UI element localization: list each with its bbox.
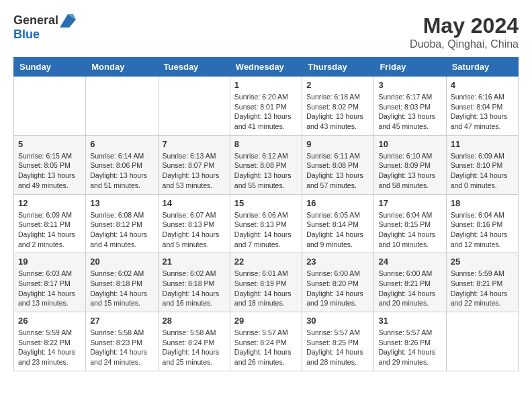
- day-info: Sunrise: 6:12 AMSunset: 8:08 PMDaylight:…: [234, 151, 298, 191]
- day-number: 23: [306, 257, 369, 267]
- calendar-cell: [446, 312, 518, 371]
- weekday-header-saturday: Saturday: [446, 58, 518, 77]
- logo: General Blue: [13, 13, 76, 42]
- day-number: 31: [378, 316, 441, 326]
- day-info: Sunrise: 6:03 AMSunset: 8:17 PMDaylight:…: [18, 269, 81, 308]
- calendar-cell: 4Sunrise: 6:16 AMSunset: 8:04 PMDaylight…: [446, 77, 518, 136]
- day-info: Sunrise: 6:09 AMSunset: 8:10 PMDaylight:…: [451, 151, 514, 191]
- calendar-cell: 18Sunrise: 6:04 AMSunset: 8:16 PMDayligh…: [446, 194, 518, 253]
- calendar-cell: 12Sunrise: 6:09 AMSunset: 8:11 PMDayligh…: [14, 194, 86, 253]
- day-number: 4: [451, 80, 514, 90]
- calendar-week-row: 1Sunrise: 6:20 AMSunset: 8:01 PMDaylight…: [14, 77, 519, 136]
- day-info: Sunrise: 6:00 AMSunset: 8:21 PMDaylight:…: [378, 269, 441, 308]
- calendar-cell: [158, 77, 230, 136]
- calendar-cell: 20Sunrise: 6:02 AMSunset: 8:18 PMDayligh…: [86, 253, 158, 312]
- day-info: Sunrise: 5:59 AMSunset: 8:21 PMDaylight:…: [451, 269, 514, 308]
- day-info: Sunrise: 6:16 AMSunset: 8:04 PMDaylight:…: [451, 92, 514, 132]
- calendar-cell: 29Sunrise: 5:57 AMSunset: 8:24 PMDayligh…: [230, 312, 302, 371]
- calendar-cell: 9Sunrise: 6:11 AMSunset: 8:08 PMDaylight…: [302, 135, 374, 194]
- logo-blue: Blue: [13, 28, 40, 41]
- day-info: Sunrise: 6:07 AMSunset: 8:13 PMDaylight:…: [163, 210, 226, 250]
- day-info: Sunrise: 5:57 AMSunset: 8:25 PMDaylight:…: [306, 328, 369, 367]
- calendar-cell: 22Sunrise: 6:01 AMSunset: 8:19 PMDayligh…: [230, 253, 302, 312]
- day-number: 15: [234, 198, 298, 208]
- day-number: 11: [451, 139, 514, 149]
- calendar-cell: 28Sunrise: 5:58 AMSunset: 8:24 PMDayligh…: [158, 312, 230, 371]
- calendar-cell: 11Sunrise: 6:09 AMSunset: 8:10 PMDayligh…: [446, 135, 518, 194]
- logo-icon: [60, 14, 76, 28]
- day-number: 14: [163, 198, 226, 208]
- calendar-cell: 8Sunrise: 6:12 AMSunset: 8:08 PMDaylight…: [230, 135, 302, 194]
- day-number: 6: [90, 139, 153, 149]
- day-info: Sunrise: 5:58 AMSunset: 8:23 PMDaylight:…: [90, 328, 153, 367]
- logo-general: General: [13, 13, 58, 28]
- calendar-cell: 1Sunrise: 6:20 AMSunset: 8:01 PMDaylight…: [230, 77, 302, 136]
- day-info: Sunrise: 6:04 AMSunset: 8:16 PMDaylight:…: [451, 210, 514, 250]
- calendar-cell: 10Sunrise: 6:10 AMSunset: 8:09 PMDayligh…: [374, 135, 446, 194]
- calendar-cell: 2Sunrise: 6:18 AMSunset: 8:02 PMDaylight…: [302, 77, 374, 136]
- calendar-cell: [86, 77, 158, 136]
- weekday-header-sunday: Sunday: [14, 58, 86, 77]
- day-number: 8: [234, 139, 298, 149]
- day-number: 13: [90, 198, 153, 208]
- calendar-week-row: 26Sunrise: 5:59 AMSunset: 8:22 PMDayligh…: [14, 312, 519, 371]
- day-info: Sunrise: 6:08 AMSunset: 8:12 PMDaylight:…: [90, 210, 153, 250]
- day-number: 19: [18, 257, 81, 267]
- day-info: Sunrise: 6:02 AMSunset: 8:18 PMDaylight:…: [90, 269, 153, 308]
- day-info: Sunrise: 6:10 AMSunset: 8:09 PMDaylight:…: [378, 151, 441, 191]
- day-info: Sunrise: 6:01 AMSunset: 8:19 PMDaylight:…: [234, 269, 298, 308]
- day-info: Sunrise: 5:59 AMSunset: 8:22 PMDaylight:…: [18, 328, 81, 367]
- calendar-cell: 6Sunrise: 6:14 AMSunset: 8:06 PMDaylight…: [86, 135, 158, 194]
- day-number: 21: [163, 257, 226, 267]
- day-number: 27: [90, 316, 153, 326]
- day-number: 17: [378, 198, 441, 208]
- calendar-cell: 7Sunrise: 6:13 AMSunset: 8:07 PMDaylight…: [158, 135, 230, 194]
- calendar-cell: [14, 77, 86, 136]
- calendar-cell: 27Sunrise: 5:58 AMSunset: 8:23 PMDayligh…: [86, 312, 158, 371]
- day-info: Sunrise: 6:09 AMSunset: 8:11 PMDaylight:…: [18, 210, 81, 250]
- calendar-week-row: 19Sunrise: 6:03 AMSunset: 8:17 PMDayligh…: [14, 253, 519, 312]
- day-info: Sunrise: 6:18 AMSunset: 8:02 PMDaylight:…: [306, 92, 369, 132]
- calendar-cell: 5Sunrise: 6:15 AMSunset: 8:05 PMDaylight…: [14, 135, 86, 194]
- day-info: Sunrise: 5:58 AMSunset: 8:24 PMDaylight:…: [163, 328, 226, 367]
- day-info: Sunrise: 6:14 AMSunset: 8:06 PMDaylight:…: [90, 151, 153, 191]
- day-number: 10: [378, 139, 441, 149]
- day-info: Sunrise: 6:20 AMSunset: 8:01 PMDaylight:…: [234, 92, 298, 132]
- calendar-cell: 23Sunrise: 6:00 AMSunset: 8:20 PMDayligh…: [302, 253, 374, 312]
- day-info: Sunrise: 6:04 AMSunset: 8:15 PMDaylight:…: [378, 210, 441, 250]
- calendar-cell: 24Sunrise: 6:00 AMSunset: 8:21 PMDayligh…: [374, 253, 446, 312]
- day-number: 22: [234, 257, 298, 267]
- weekday-header-tuesday: Tuesday: [158, 58, 230, 77]
- day-info: Sunrise: 5:57 AMSunset: 8:24 PMDaylight:…: [234, 328, 298, 367]
- day-number: 25: [451, 257, 514, 267]
- location-title: Duoba, Qinghai, China: [410, 38, 519, 50]
- day-number: 9: [306, 139, 369, 149]
- day-number: 28: [163, 316, 226, 326]
- day-number: 16: [306, 198, 369, 208]
- day-info: Sunrise: 6:15 AMSunset: 8:05 PMDaylight:…: [18, 151, 81, 191]
- calendar-cell: 14Sunrise: 6:07 AMSunset: 8:13 PMDayligh…: [158, 194, 230, 253]
- day-number: 24: [378, 257, 441, 267]
- day-info: Sunrise: 6:02 AMSunset: 8:18 PMDaylight:…: [163, 269, 226, 308]
- day-info: Sunrise: 5:57 AMSunset: 8:26 PMDaylight:…: [378, 328, 441, 367]
- calendar-cell: 17Sunrise: 6:04 AMSunset: 8:15 PMDayligh…: [374, 194, 446, 253]
- day-number: 5: [18, 139, 81, 149]
- day-info: Sunrise: 6:06 AMSunset: 8:13 PMDaylight:…: [234, 210, 298, 250]
- calendar-week-row: 5Sunrise: 6:15 AMSunset: 8:05 PMDaylight…: [14, 135, 519, 194]
- weekday-header-friday: Friday: [374, 58, 446, 77]
- day-number: 18: [451, 198, 514, 208]
- weekday-header-thursday: Thursday: [302, 58, 374, 77]
- day-number: 26: [18, 316, 81, 326]
- weekday-header-wednesday: Wednesday: [230, 58, 302, 77]
- calendar-cell: 21Sunrise: 6:02 AMSunset: 8:18 PMDayligh…: [158, 253, 230, 312]
- day-number: 2: [306, 80, 369, 90]
- calendar-cell: 26Sunrise: 5:59 AMSunset: 8:22 PMDayligh…: [14, 312, 86, 371]
- day-number: 7: [163, 139, 226, 149]
- day-number: 12: [18, 198, 81, 208]
- day-number: 29: [234, 316, 298, 326]
- calendar-cell: 16Sunrise: 6:05 AMSunset: 8:14 PMDayligh…: [302, 194, 374, 253]
- page-header: General Blue May 2024 Duoba, Qinghai, Ch…: [13, 13, 519, 50]
- calendar-cell: 13Sunrise: 6:08 AMSunset: 8:12 PMDayligh…: [86, 194, 158, 253]
- weekday-header-row: SundayMondayTuesdayWednesdayThursdayFrid…: [14, 58, 519, 77]
- day-number: 20: [90, 257, 153, 267]
